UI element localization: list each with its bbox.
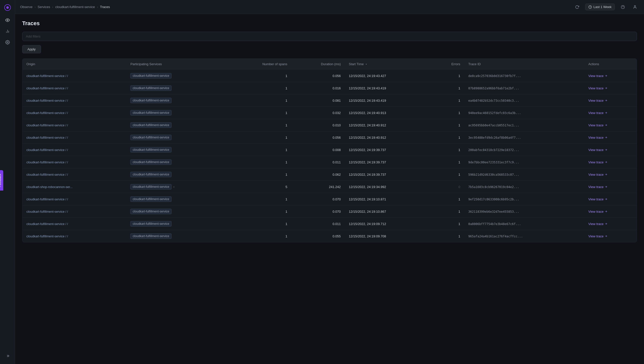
cell-start-time-10: 12/15/2022, 24:19:10.871 — [345, 193, 432, 205]
table-row: cloudkart-fulfillment-service / / cloudk… — [22, 94, 637, 107]
view-trace-button-12[interactable]: View trace — [588, 222, 608, 226]
time-range-picker[interactable]: Last 1 Week — [585, 4, 615, 10]
arrow-right-icon — [605, 136, 608, 139]
table-row: cloudkart-fulfillment-service / / cloudk… — [22, 82, 637, 94]
view-trace-button-11[interactable]: View trace — [588, 210, 608, 213]
cell-errors-3: 1 — [432, 107, 464, 119]
view-trace-button-10[interactable]: View trace — [588, 197, 608, 201]
view-trace-button-4[interactable]: View trace — [588, 123, 608, 127]
cell-duration-10: 0.070 — [291, 193, 345, 205]
cell-trace-id-6: 200abfec84318cb7229e18372... — [464, 144, 584, 156]
help-button[interactable] — [619, 3, 627, 11]
cell-spans-0: 1 — [228, 70, 291, 82]
table-header-row: Origin Participating Services Number of … — [22, 59, 637, 70]
cell-errors-10: 1 — [432, 193, 464, 205]
cell-start-time-11: 12/15/2022, 24:19:10.867 — [345, 205, 432, 218]
cell-duration-8: 0.062 — [291, 168, 345, 181]
cell-participating-services-4: cloudkart-fulfillment-service — [126, 119, 228, 131]
sidebar-item-settings[interactable] — [3, 37, 13, 47]
cell-errors-12: 1 — [432, 218, 464, 230]
cell-errors-6: 1 — [432, 144, 464, 156]
cell-spans-5: 1 — [228, 131, 291, 144]
cell-participating-services-8: cloudkart-fulfillment-service — [126, 168, 228, 181]
table-row: cloudkart-fulfillment-service / / cloudk… — [22, 230, 637, 242]
page-title: Traces — [22, 20, 637, 27]
refresh-button[interactable] — [573, 3, 581, 11]
cell-actions-9: View trace — [584, 181, 637, 193]
table-row: cloudkart-shop-robocannon-ser... cloudka… — [22, 181, 637, 193]
arrow-right-icon — [605, 235, 608, 238]
cell-actions-3: View trace — [584, 107, 637, 119]
sidebar-item-observe[interactable] — [3, 15, 13, 25]
breadcrumb-traces: Traces — [100, 5, 110, 9]
svg-point-1 — [6, 6, 9, 9]
breadcrumb-service-name[interactable]: cloudkart-fulfillment-service — [55, 5, 95, 9]
cell-duration-6: 0.008 — [291, 144, 345, 156]
table-row: cloudkart-fulfillment-service / / cloudk… — [22, 205, 637, 218]
view-trace-button-3[interactable]: View trace — [588, 111, 608, 115]
cell-origin-10: cloudkart-fulfillment-service / / — [22, 193, 126, 205]
view-trace-button-6[interactable]: View trace — [588, 148, 608, 152]
view-trace-button-8[interactable]: View trace — [588, 173, 608, 176]
view-trace-button-13[interactable]: View trace — [588, 234, 608, 238]
cell-spans-3: 1 — [228, 107, 291, 119]
cell-errors-9: 0 — [432, 181, 464, 193]
cell-trace-id-2: ea4b07482b52dc73cc50340c3... — [464, 94, 584, 107]
col-participating-services: Participating Services — [126, 59, 228, 70]
arrow-right-icon — [605, 148, 608, 151]
col-actions: Actions — [584, 59, 637, 70]
col-trace-id: Trace ID — [464, 59, 584, 70]
cell-actions-8: View trace — [584, 168, 637, 181]
cell-trace-id-9: 7b5a1603c8cb96267019c04e2... — [464, 181, 584, 193]
topbar: Observe › Services › cloudkart-fulfillme… — [15, 0, 644, 14]
cell-start-time-4: 12/15/2022, 24:19:40.912 — [345, 119, 432, 131]
sidebar-expand-btn[interactable] — [3, 351, 13, 361]
cell-trace-id-10: 9ef250d17c0633008c6b95c2b... — [464, 193, 584, 205]
arrow-right-icon — [605, 111, 608, 114]
cell-start-time-7: 12/15/2022, 24:19:39.737 — [345, 156, 432, 168]
main-area: Observe › Services › cloudkart-fulfillme… — [15, 0, 644, 364]
breadcrumb-sep-2: › — [52, 5, 53, 9]
cell-spans-9: 5 — [228, 181, 291, 193]
view-trace-button-0[interactable]: View trace — [588, 74, 608, 78]
breadcrumb-services[interactable]: Services — [37, 5, 50, 9]
cell-actions-6: View trace — [584, 144, 637, 156]
cell-errors-11: 1 — [432, 205, 464, 218]
cell-origin-4: cloudkart-fulfillment-service / / — [22, 119, 126, 131]
cell-trace-id-4: ac95695bb0e47accb05517ec1... — [464, 119, 584, 131]
table-row: cloudkart-fulfillment-service / / cloudk… — [22, 144, 637, 156]
view-trace-button-1[interactable]: View trace — [588, 86, 608, 90]
cell-trace-id-7: 9de7bbc00ee7235331ec3f7c9... — [464, 156, 584, 168]
user-button[interactable] — [631, 3, 639, 11]
expand-btn[interactable]: ‹ — [172, 185, 175, 189]
cell-actions-12: View trace — [584, 218, 637, 230]
table-row: cloudkart-fulfillment-service / / cloudk… — [22, 193, 637, 205]
view-trace-button-7[interactable]: View trace — [588, 160, 608, 164]
svg-point-10 — [634, 6, 635, 7]
breadcrumb-sep-1: › — [34, 5, 35, 9]
sidebar-item-analytics[interactable] — [3, 26, 13, 36]
cell-actions-11: View trace — [584, 205, 637, 218]
col-start-time[interactable]: Start Time — [345, 59, 432, 70]
cell-start-time-2: 12/15/2022, 24:19:43.419 — [345, 94, 432, 107]
cell-origin-8: cloudkart-fulfillment-service / / — [22, 168, 126, 181]
cell-actions-7: View trace — [584, 156, 637, 168]
apply-button[interactable]: Apply — [22, 45, 41, 53]
view-trace-button-5[interactable]: View trace — [588, 136, 608, 139]
view-trace-button-9[interactable]: View trace — [588, 185, 608, 189]
cell-participating-services-6: cloudkart-fulfillment-service — [126, 144, 228, 156]
feedback-tab[interactable]: Feedback — [0, 170, 3, 191]
cell-errors-8: 1 — [432, 168, 464, 181]
filter-input[interactable]: Add filters — [22, 32, 637, 41]
svg-point-2 — [7, 20, 8, 21]
arrow-right-icon — [605, 161, 608, 164]
arrow-right-icon — [605, 74, 608, 77]
cell-start-time-8: 12/15/2022, 24:19:39.737 — [345, 168, 432, 181]
cell-participating-services-5: cloudkart-fulfillment-service — [126, 131, 228, 144]
cell-start-time-3: 12/15/2022, 24:19:40.913 — [345, 107, 432, 119]
breadcrumb-observe[interactable]: Observe — [20, 5, 32, 9]
cell-duration-3: 0.032 — [291, 107, 345, 119]
view-trace-button-2[interactable]: View trace — [588, 99, 608, 102]
arrow-right-icon — [605, 173, 608, 176]
cell-spans-8: 1 — [228, 168, 291, 181]
